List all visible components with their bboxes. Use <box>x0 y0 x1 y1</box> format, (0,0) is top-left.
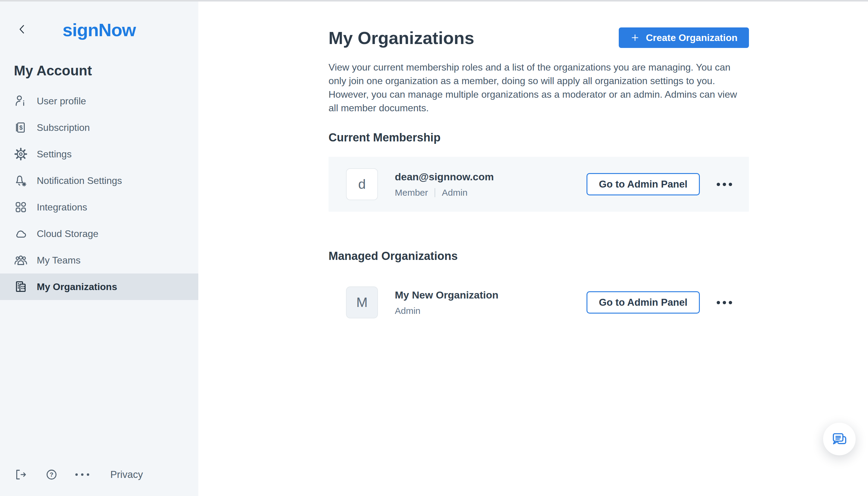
organization-info: My New Organization Admin <box>395 289 499 316</box>
main-content: My Organizations Create Organization Vie… <box>329 28 749 325</box>
go-to-admin-panel-button[interactable]: Go to Admin Panel <box>586 291 700 314</box>
row-more-options-button[interactable] <box>717 180 732 189</box>
sidebar-footer: ? Privacy <box>14 468 143 482</box>
managed-organizations-heading: Managed Organizations <box>329 250 749 263</box>
organization-avatar: M <box>346 286 378 319</box>
sidebar-title: My Account <box>14 62 198 79</box>
sidebar-item-label: Subscription <box>37 122 90 133</box>
create-organization-button[interactable]: Create Organization <box>619 28 749 48</box>
go-to-admin-panel-button[interactable]: Go to Admin Panel <box>586 173 700 196</box>
membership-info: dean@signnow.com Member Admin <box>395 171 494 198</box>
help-button[interactable]: ? <box>45 468 59 482</box>
brand-logo: signNow <box>0 1 198 41</box>
sidebar-item-label: Integrations <box>37 202 87 213</box>
sidebar: signNow My Account User profile $ <box>0 1 198 496</box>
organization-row: M My New Organization Admin Go to Admin … <box>329 279 749 325</box>
back-button[interactable] <box>15 22 30 36</box>
create-organization-label: Create Organization <box>646 32 738 43</box>
my-organizations-icon <box>14 280 28 294</box>
help-icon: ? <box>45 468 59 482</box>
role-badge-admin: Admin <box>395 306 421 316</box>
sidebar-item-label: Cloud Storage <box>37 228 98 239</box>
role-badge-admin: Admin <box>442 188 468 198</box>
row-more-options-button[interactable] <box>717 298 732 307</box>
main-area: My Organizations Create Organization Vie… <box>198 1 868 496</box>
sidebar-item-subscription[interactable]: $ Subscription <box>0 114 198 141</box>
logout-button[interactable] <box>14 468 28 482</box>
membership-row: d dean@signnow.com Member Admin Go to Ad… <box>329 157 749 212</box>
sidebar-item-my-teams[interactable]: My Teams <box>0 247 198 274</box>
my-teams-icon <box>14 253 28 267</box>
sidebar-item-cloud-storage[interactable]: Cloud Storage <box>0 220 198 247</box>
membership-avatar: d <box>346 168 378 200</box>
sidebar-item-user-profile[interactable]: User profile <box>0 88 198 114</box>
chat-icon <box>831 431 848 447</box>
chevron-left-icon <box>16 23 28 35</box>
sidebar-item-label: My Organizations <box>37 281 117 293</box>
plus-icon <box>630 33 640 43</box>
more-options-button[interactable] <box>75 468 89 482</box>
svg-text:$: $ <box>19 124 22 131</box>
ellipsis-icon <box>75 474 89 476</box>
cloud-storage-icon <box>14 227 28 241</box>
organization-roles: Admin <box>395 306 499 316</box>
organization-name: My New Organization <box>395 289 499 301</box>
privacy-link[interactable]: Privacy <box>110 469 143 480</box>
page-title: My Organizations <box>329 28 474 48</box>
logout-icon <box>14 468 28 482</box>
ellipsis-icon <box>717 301 720 304</box>
chat-fab[interactable] <box>823 423 856 455</box>
svg-text:?: ? <box>50 471 53 478</box>
role-divider <box>435 188 435 197</box>
sidebar-item-notification-settings[interactable]: Notification Settings <box>0 167 198 194</box>
membership-roles: Member Admin <box>395 188 494 198</box>
page-description: View your current membership roles and a… <box>329 61 749 115</box>
notification-settings-icon <box>14 174 28 188</box>
sidebar-item-label: User profile <box>37 96 86 107</box>
sidebar-item-label: Settings <box>37 149 72 160</box>
integrations-icon <box>14 200 28 214</box>
membership-email: dean@signnow.com <box>395 171 494 183</box>
sidebar-header: signNow <box>0 1 198 47</box>
sidebar-item-integrations[interactable]: Integrations <box>0 194 198 220</box>
sidebar-item-label: My Teams <box>37 255 80 266</box>
sidebar-nav: User profile $ Subscription Settings <box>0 88 198 300</box>
subscription-icon: $ <box>14 121 28 135</box>
role-badge-member: Member <box>395 188 428 198</box>
sidebar-item-label: Notification Settings <box>37 175 122 186</box>
page-header: My Organizations Create Organization <box>329 28 749 48</box>
user-profile-icon <box>14 94 28 108</box>
settings-icon <box>14 147 28 161</box>
ellipsis-icon <box>717 183 720 186</box>
current-membership-heading: Current Membership <box>329 131 749 144</box>
sidebar-item-settings[interactable]: Settings <box>0 141 198 167</box>
sidebar-item-my-organizations[interactable]: My Organizations <box>0 274 198 300</box>
app-window: signNow My Account User profile $ <box>0 1 868 496</box>
